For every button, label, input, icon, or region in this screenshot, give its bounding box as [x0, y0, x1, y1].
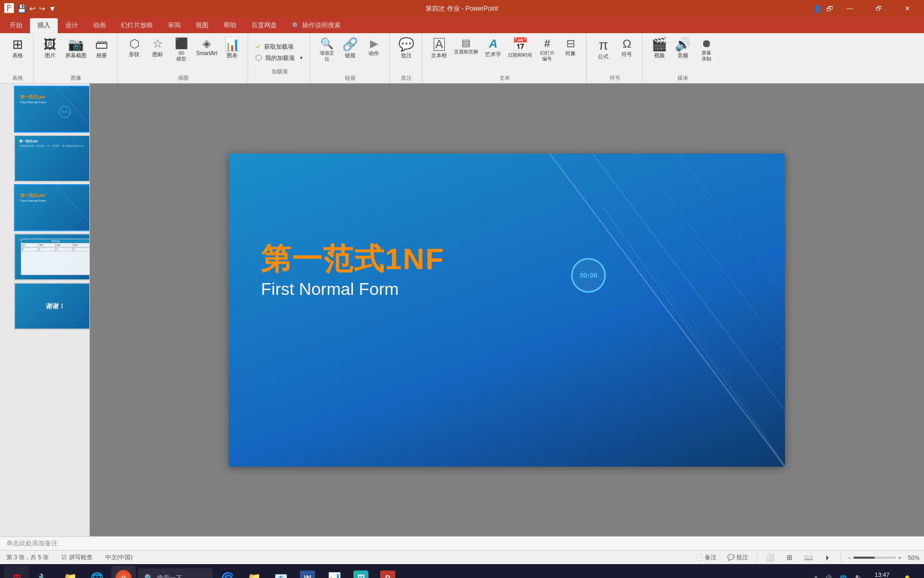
zoom-level[interactable]: 50%	[904, 554, 920, 561]
notification-btn[interactable]: 🔔	[900, 573, 914, 579]
statusbar: 第 3 张，共 5 张 ☑ 拼写检查 中文(中国) 📄 备注 💬 批注 ⬜ ⊞ …	[0, 550, 924, 564]
group-table-label: 表格	[6, 74, 29, 83]
slide-thumbnail-1[interactable]: 第一范式1NF First Normal Form 00:00	[14, 86, 90, 133]
get-addins-check-icon: ✓	[256, 43, 261, 50]
action-button[interactable]: ▶ 动作	[363, 35, 385, 58]
link-button[interactable]: 🔗 链接	[339, 35, 361, 60]
task-manager-icon[interactable]: 🔧	[31, 566, 56, 578]
slide-canvas[interactable]: 第一范式1NF 00:00 First Normal Form	[229, 154, 785, 467]
zoom-pos-button[interactable]: 🔍 缩放定位	[315, 35, 338, 64]
album-button[interactable]: 🗃 相册	[90, 35, 113, 60]
3d-model-button[interactable]: ⬛ 3D模型	[170, 35, 192, 64]
tab-help[interactable]: 帮助	[216, 18, 244, 33]
screen-record-label: 屏幕录制	[702, 50, 711, 62]
picture-button[interactable]: 🖼 图片	[39, 35, 61, 60]
symbol-button[interactable]: Ω 符号	[615, 35, 638, 59]
file-explorer-btn[interactable]: 📁	[58, 566, 82, 578]
group-link: 🔍 缩放定位 🔗 链接 ▶ 动作 链接	[311, 33, 390, 83]
slide-panel[interactable]: 1 第一范式1NF First Normal Form 00:00 2 第一范式…	[0, 83, 90, 536]
edge-btn[interactable]: 🌀	[215, 566, 240, 578]
object-button[interactable]: ⊟ 对象	[559, 35, 582, 58]
comments-panel-btn[interactable]: 💬 批注	[725, 553, 750, 562]
slide-thumbnail-4[interactable]: 表格内容 项目 属性1 属性2 属性3 A 1 X Y → →	[14, 233, 90, 280]
tab-baidu[interactable]: 百度网盘	[244, 18, 284, 33]
restore-btn[interactable]: 🗗	[866, 0, 891, 17]
word-btn[interactable]: W	[295, 566, 320, 578]
slide-main-subtitle[interactable]: First Normal Form	[261, 279, 399, 299]
language-btn[interactable]: 中文(中国)	[103, 553, 135, 562]
notes-area[interactable]: 单击此处添加备注	[0, 536, 924, 550]
zoom-out-btn[interactable]: −	[848, 554, 851, 561]
slide-main-title[interactable]: 第一范式1NF	[261, 239, 445, 280]
tab-start[interactable]: 开始	[2, 18, 30, 33]
tab-slideshow[interactable]: 幻灯片放映	[113, 18, 160, 33]
customize-btn[interactable]: ▼	[49, 4, 56, 13]
get-addins-button[interactable]: ✓ 获取加载项	[253, 41, 305, 52]
my-addins-button[interactable]: 我的加载项 ▼	[253, 52, 305, 64]
undo-btn[interactable]: ↩	[29, 4, 36, 13]
user-account-btn[interactable]: 👤	[813, 5, 822, 13]
tab-search[interactable]: 🔍操作说明搜索	[284, 18, 348, 33]
textbox-button[interactable]: A 文本框	[428, 35, 450, 60]
formula-button[interactable]: π 公式	[592, 35, 614, 62]
photos-btn[interactable]: 🖼	[349, 566, 373, 578]
reading-view-btn[interactable]: 📖	[802, 553, 815, 562]
file-explorer-2-icon: 📁	[248, 572, 261, 578]
zoom-slider[interactable]	[853, 557, 896, 559]
taskbar-search[interactable]: 🔍 搜索一下	[138, 568, 213, 578]
notes-panel-btn[interactable]: 📄 备注	[694, 553, 719, 562]
powerpoint-btn[interactable]: P	[375, 566, 400, 578]
table-button[interactable]: ⊞ 表格	[6, 35, 29, 60]
tab-review[interactable]: 审阅	[160, 18, 188, 33]
tray-network-btn[interactable]: 🌐	[836, 573, 850, 579]
timer-circle[interactable]: 00:00	[571, 258, 606, 293]
browser-btn[interactable]: 🌐	[84, 566, 109, 578]
chart-button[interactable]: 📊 图表	[221, 35, 243, 60]
file-explorer-2-btn[interactable]: 📁	[242, 566, 266, 578]
symbol-icon: Ω	[622, 38, 631, 50]
header-footer-button[interactable]: ▤ 页眉和页脚	[451, 35, 481, 56]
zoom-in-btn[interactable]: +	[898, 554, 902, 561]
tab-insert[interactable]: 插入	[30, 18, 58, 33]
mail-btn[interactable]: 📧	[268, 566, 293, 578]
normal-view-btn[interactable]: ⬜	[764, 553, 776, 562]
taskbar: ⊞ 🔧 📁 🌐 v 🔍 搜索一下 🌀 📁 📧 W 📊	[0, 564, 924, 578]
screen-record-button[interactable]: ⏺ 屏幕录制	[695, 35, 718, 64]
slide-number-button[interactable]: # 幻灯片编号	[536, 35, 558, 64]
slideshow-btn[interactable]: ⏵	[821, 553, 834, 562]
tray-volume-btn[interactable]: 🔊	[821, 573, 835, 579]
tab-animation[interactable]: 动画	[86, 18, 113, 33]
minimize-btn[interactable]: —	[837, 0, 862, 17]
redo-btn[interactable]: ↪	[39, 4, 45, 13]
audio-label: 音频	[677, 52, 688, 59]
close-btn[interactable]: ✕	[895, 0, 920, 17]
system-clock[interactable]: 13:47 2021/6/20	[865, 569, 899, 578]
tab-design[interactable]: 设计	[58, 18, 86, 33]
slide-sorter-btn[interactable]: ⊞	[783, 553, 796, 562]
statusbar-divider-1	[757, 553, 757, 562]
smartart-button[interactable]: ◈ SmartArt	[194, 35, 220, 58]
tab-view[interactable]: 视图	[188, 18, 216, 33]
slide-thumbnail-5[interactable]: 谢谢！	[14, 283, 90, 330]
icons-button[interactable]: ☆ 图标	[147, 35, 169, 59]
tray-ime-btn[interactable]: A i	[851, 572, 864, 578]
comment-button[interactable]: 💬 批注	[395, 35, 418, 60]
slide-thumbnail-3[interactable]: 第一范式1NF First Normal Form	[14, 184, 90, 231]
ribbon-display-btn[interactable]: 🗗	[826, 5, 833, 13]
slide-thumbnail-2[interactable]: 第一范式1NF 关系数据库的第一范式是指：在一个关系中，某个属性的值是原子的..…	[14, 135, 90, 182]
get-addins-label: 获取加载项	[264, 43, 294, 51]
tray-chevron-btn[interactable]: ^	[811, 573, 820, 578]
start-menu-btn[interactable]: ⊞	[4, 566, 29, 578]
shape-button[interactable]: ⬡ 形状	[123, 35, 145, 59]
quick-save-btn[interactable]: 💾	[17, 4, 26, 13]
video-button[interactable]: 🎬 视频	[648, 35, 671, 60]
vii-design-btn[interactable]: v	[111, 566, 136, 578]
screenshot-button[interactable]: 📷 屏幕截图	[63, 35, 89, 60]
excel-btn[interactable]: 📊	[322, 566, 346, 578]
datetime-button[interactable]: 📅 日期和时间	[505, 35, 535, 60]
group-media: 🎬 视频 🔊 音频 ⏺ 屏幕录制 媒体	[644, 33, 722, 83]
audio-button[interactable]: 🔊 音频	[672, 35, 694, 60]
object-icon: ⊟	[566, 38, 575, 49]
spell-check-btn[interactable]: ☑ 拼写检查	[59, 553, 94, 562]
wordart-button[interactable]: A 艺术字	[482, 35, 504, 59]
